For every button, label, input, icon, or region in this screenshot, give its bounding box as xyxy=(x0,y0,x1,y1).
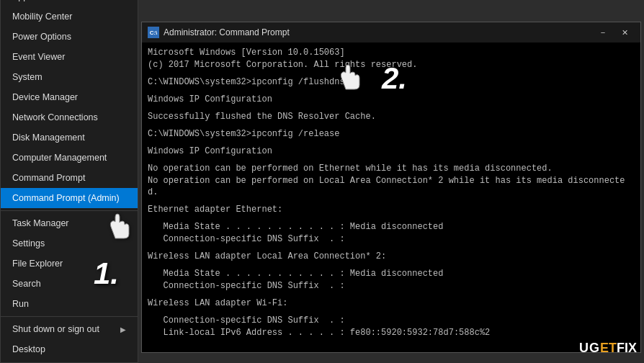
menu-item-label: Settings xyxy=(12,238,45,248)
watermark-ug: UG xyxy=(579,341,600,356)
close-button[interactable]: ✕ xyxy=(614,25,635,40)
cmd-line: No operation can be performed on Local A… xyxy=(148,175,635,200)
cmd-line: Connection-specific DNS Suffix . : xyxy=(148,280,635,292)
menu-item-label: Command Prompt xyxy=(12,173,85,183)
cmd-titlebar: C:\ Administrator: Command Prompt − ✕ xyxy=(142,22,640,42)
cmd-line: Media State . . . . . . . . . . . : Medi… xyxy=(148,268,635,280)
menu-item-network-connections[interactable]: Network Connections xyxy=(1,107,138,127)
menu-item-computer-management[interactable]: Computer Management xyxy=(1,148,138,168)
cmd-line xyxy=(148,140,635,145)
cmd-line: Connection-specific DNS Suffix . : xyxy=(148,233,635,246)
cmd-line: No operation can be performed on Etherne… xyxy=(148,163,635,175)
menu-item-arrow: ▶ xyxy=(120,326,126,333)
desktop: C:\ Administrator: Command Prompt − ✕ Mi… xyxy=(0,0,644,363)
menu-item-event-viewer[interactable]: Event Viewer xyxy=(1,47,138,67)
menu-item-label: Search xyxy=(12,279,41,289)
cmd-line xyxy=(148,246,635,251)
menu-item-label: Run xyxy=(12,299,29,309)
menu-item-label: File Explorer xyxy=(12,259,63,269)
cmd-line: Ethernet adapter Ethernet: xyxy=(148,204,635,216)
watermark-et: ET xyxy=(600,341,617,356)
cmd-line: Successfully flushed the DNS Resolver Ca… xyxy=(148,111,635,123)
menu-item-label: Device Manager xyxy=(12,92,78,102)
cmd-line: Windows IP Configuration xyxy=(148,145,635,158)
menu-item-label: Shut down or sign out xyxy=(12,324,99,334)
menu-item-settings[interactable]: Settings xyxy=(1,233,138,254)
menu-item-label: Apps and Features xyxy=(12,0,89,1)
menu-item-command-prompt[interactable]: Command Prompt xyxy=(1,168,138,188)
menu-item-power-options[interactable]: Power Options xyxy=(1,27,138,47)
cmd-line xyxy=(148,199,635,204)
menu-item-desktop[interactable]: Desktop xyxy=(1,339,138,359)
menu-item-command-prompt-admin[interactable]: Command Prompt (Admin) xyxy=(1,188,138,208)
step-1-label: 1. xyxy=(94,256,119,291)
menu-item-label: Power Options xyxy=(12,32,71,42)
menu-item-task-manager[interactable]: Task Manager xyxy=(1,213,138,233)
menu-item-label: Disk Management xyxy=(12,133,85,143)
menu-item-label: Mobility Center xyxy=(12,12,72,22)
cmd-line xyxy=(148,292,635,297)
cmd-line: Wireless LAN adapter Local Area Connecti… xyxy=(148,251,635,263)
menu-item-label: Event Viewer xyxy=(12,52,65,62)
watermark: UG ET FIX xyxy=(579,341,637,356)
cmd-line xyxy=(148,123,635,128)
menu-item-device-manager[interactable]: Device Manager xyxy=(1,87,138,107)
context-menu: Apps and FeaturesMobility CenterPower Op… xyxy=(0,0,138,363)
cmd-controls: − ✕ xyxy=(593,25,635,40)
menu-item-label: Computer Management xyxy=(12,153,107,163)
menu-item-run[interactable]: Run xyxy=(1,294,138,314)
menu-item-label: Command Prompt (Admin) xyxy=(12,193,120,203)
cmd-line: C:\WINDOWS\system32>ipconfig /release xyxy=(148,128,635,140)
menu-item-label: Desktop xyxy=(12,344,45,354)
step-2-label: 2. xyxy=(382,61,407,96)
cmd-line: Microsoft Windows [Version 10.0.15063] xyxy=(148,47,635,59)
menu-item-system[interactable]: System xyxy=(1,67,138,87)
menu-item-shut-down[interactable]: Shut down or sign out▶ xyxy=(1,319,138,339)
cmd-line xyxy=(148,158,635,163)
cmd-line xyxy=(148,263,635,268)
cmd-title: Administrator: Command Prompt xyxy=(164,27,593,37)
watermark-fix: FIX xyxy=(617,341,637,356)
cmd-line: Connection-specific DNS Suffix . : xyxy=(148,315,635,327)
menu-item-disk-management[interactable]: Disk Management xyxy=(1,127,138,148)
menu-item-label: Task Manager xyxy=(12,218,69,228)
minimize-button[interactable]: − xyxy=(593,25,613,40)
menu-item-label: System xyxy=(12,72,43,82)
menu-separator xyxy=(1,316,138,317)
cmd-line: Wireless LAN adapter Wi-Fi: xyxy=(148,297,635,310)
menu-item-mobility-center[interactable]: Mobility Center xyxy=(1,6,138,27)
cmd-line xyxy=(148,310,635,315)
cmd-line: Link-local IPv6 Address . . . . . : fe80… xyxy=(148,327,635,339)
cmd-icon: C:\ xyxy=(148,27,159,38)
menu-separator xyxy=(1,210,138,211)
cmd-line xyxy=(148,216,635,221)
menu-item-apps-features[interactable]: Apps and Features xyxy=(1,0,138,6)
cmd-line: Media State . . . . . . . . . . . : Medi… xyxy=(148,221,635,233)
cmd-line xyxy=(148,106,635,111)
menu-item-label: Network Connections xyxy=(12,112,98,122)
